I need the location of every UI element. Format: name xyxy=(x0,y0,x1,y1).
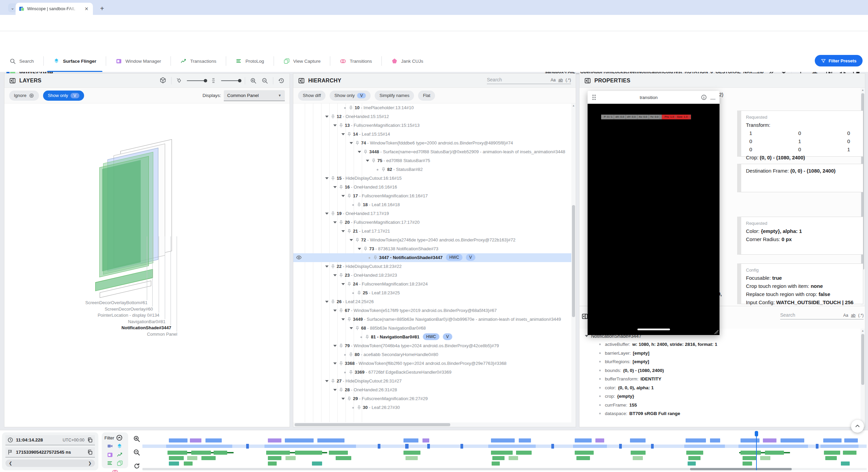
hierarchy-row-73[interactable]: 73 - 8736138 NotificationShade#73 xyxy=(293,244,576,253)
pan-right-icon[interactable]: ❯ xyxy=(88,461,92,466)
collapse-icon[interactable] xyxy=(116,434,123,441)
trace-tab-protolog[interactable]: ProtoLog xyxy=(226,50,274,72)
show-only-chip[interactable]: Show onlyV xyxy=(43,91,84,101)
timeline-block[interactable] xyxy=(491,438,515,442)
timeline-block[interactable] xyxy=(710,438,720,442)
layer-label[interactable]: ScreenDecorOverlay#60 xyxy=(105,307,153,312)
hierarchy-row-3448[interactable]: 3448 - Surface(name=ed70f88 StatusBar)/@… xyxy=(293,148,576,156)
match-word-toggle[interactable]: ab xyxy=(851,313,855,318)
timeline-block[interactable] xyxy=(743,456,756,460)
timeline-block[interactable] xyxy=(551,444,554,449)
timeline-hscrollbar[interactable] xyxy=(142,468,867,470)
timeline-block[interactable] xyxy=(823,438,842,442)
pin-icon[interactable] xyxy=(355,141,359,145)
timeline-reset-icon[interactable] xyxy=(132,461,141,470)
timeline-block[interactable] xyxy=(519,438,531,442)
hierarchy-row-79[interactable]: 79 - WindowToken{7046b4a type=2024 andro… xyxy=(293,341,576,350)
timeline-block[interactable] xyxy=(684,445,725,448)
pin-icon[interactable] xyxy=(331,299,335,304)
hierarchy-row-18[interactable]: 18 - Leaf:16:16#18 xyxy=(293,200,576,209)
tab-close-icon[interactable]: ✕ xyxy=(83,6,90,12)
timeline-block[interactable] xyxy=(285,438,314,442)
hierarchy-row-30[interactable]: 30 - Leaf:26:27#30 xyxy=(293,403,576,412)
hierarchy-row-10[interactable]: 10 - ImePlaceholder:13:14#10 xyxy=(293,103,576,112)
timeline-block[interactable] xyxy=(169,461,179,466)
pin-icon[interactable] xyxy=(339,123,343,128)
timeline-block[interactable] xyxy=(488,445,536,448)
reset-view-icon[interactable] xyxy=(278,77,285,84)
timeline-block[interactable] xyxy=(688,456,701,460)
timeline-block[interactable] xyxy=(576,456,590,460)
timeline-block[interactable] xyxy=(686,451,703,455)
zoom-in-icon[interactable] xyxy=(250,77,257,84)
flat-chip[interactable]: Flat xyxy=(418,91,435,101)
expand-arrow-icon[interactable] xyxy=(341,283,345,285)
expand-arrow-icon[interactable] xyxy=(325,177,329,179)
timeline-block[interactable] xyxy=(246,444,249,449)
timeline-block[interactable] xyxy=(169,438,188,442)
timeline-block[interactable] xyxy=(268,456,281,460)
hierarchy-row-68[interactable]: 68 - 885b63e NavigationBar0#68 xyxy=(293,324,576,333)
overlay-title-bar[interactable]: transition — xyxy=(588,91,719,104)
info-icon[interactable] xyxy=(701,94,707,100)
timeline-block[interactable] xyxy=(816,444,818,449)
timeline-block[interactable] xyxy=(575,438,592,442)
panel-icon[interactable] xyxy=(584,77,591,84)
hierarchy-row-13[interactable]: 13 - FullscreenMagnification:15:15#13 xyxy=(293,121,576,130)
timeline-block[interactable] xyxy=(825,456,837,460)
hierarchy-row-3449[interactable]: 3449 - Surface(name=885b63e NavigationBa… xyxy=(293,315,576,324)
timeline-block[interactable] xyxy=(492,456,505,460)
transition-overlay-window[interactable]: transition — P: 0 / 1dX: 0.0dY: 0.0Xv: 0… xyxy=(588,91,719,335)
regex-toggle[interactable]: (.*) xyxy=(858,313,864,318)
expand-arrow-icon[interactable] xyxy=(358,151,361,153)
property-row[interactable]: bounds:(0, 0) - (1080, 2400) xyxy=(579,366,865,375)
trace-tab-search[interactable]: Search xyxy=(0,50,43,72)
timeline-block[interactable] xyxy=(285,456,296,460)
pin-icon[interactable] xyxy=(347,282,351,287)
timeline-block[interactable] xyxy=(403,451,420,455)
timeline-block[interactable] xyxy=(295,451,322,455)
screen-recording-icon[interactable] xyxy=(107,443,113,450)
pin-icon[interactable] xyxy=(331,114,335,119)
hierarchy-row-29[interactable]: 29 - FullscreenMagnification:26:27#29 xyxy=(293,394,576,403)
hierarchy-row-81[interactable]: 81 - NavigationBar0#81HWCV xyxy=(293,333,576,341)
window-manager-icon[interactable] xyxy=(107,452,113,458)
timeline-block[interactable] xyxy=(738,445,808,448)
expand-arrow-icon[interactable] xyxy=(341,133,345,135)
hierarchy-row-21[interactable]: 21 - Leaf:17:17#21 xyxy=(293,227,576,236)
pin-icon[interactable] xyxy=(331,176,335,181)
expand-arrow-icon[interactable] xyxy=(366,160,369,162)
minimize-icon[interactable]: — xyxy=(710,96,715,101)
expand-arrow-icon[interactable] xyxy=(350,239,353,241)
pin-icon[interactable] xyxy=(357,405,361,410)
pin-icon[interactable] xyxy=(357,202,361,207)
layer-label[interactable]: NotificationShade#3447 xyxy=(121,325,171,330)
expand-arrow-icon[interactable] xyxy=(341,195,345,197)
hierarchy-row-72[interactable]: 72 - WindowToken{a2746de type=2040 andro… xyxy=(293,236,576,244)
show-diff-chip[interactable]: Show diff xyxy=(298,91,326,101)
pin-icon[interactable] xyxy=(339,185,343,190)
hierarchy-row-28[interactable]: 28 - OneHanded:26:31#28 xyxy=(293,386,576,394)
pin-icon[interactable] xyxy=(339,388,343,392)
timeline-block[interactable] xyxy=(595,438,604,442)
pin-icon[interactable] xyxy=(381,167,386,172)
pin-icon[interactable] xyxy=(347,229,351,234)
zoom-out-icon[interactable] xyxy=(261,77,268,84)
pin-icon[interactable] xyxy=(349,352,353,357)
pin-icon[interactable] xyxy=(347,194,351,198)
hierarchy-row-67[interactable]: 67 - WindowToken{e5176f9 type=2019 andro… xyxy=(293,306,576,315)
panel-icon[interactable] xyxy=(298,77,305,84)
layer-label[interactable]: ScreenDecorOverlayBottom#61 xyxy=(85,300,147,305)
expand-arrow-icon[interactable] xyxy=(325,213,329,215)
timeline-block[interactable] xyxy=(201,456,216,460)
timeline-block[interactable] xyxy=(190,438,201,442)
properties-search-input[interactable]: Search Aaab(.*) xyxy=(780,312,864,319)
hierarchy-row-22[interactable]: 22 - HideDisplayCutout:18:23#22 xyxy=(293,262,576,271)
expand-arrow-icon[interactable] xyxy=(333,362,337,365)
hierarchy-row-16[interactable]: 16 - OneHanded:16:16#16 xyxy=(293,183,576,192)
pin-icon[interactable] xyxy=(339,361,343,366)
pin-icon[interactable] xyxy=(331,264,335,269)
hierarchy-search-input[interactable]: Search Aaab(.*) xyxy=(487,77,571,84)
timeline-block[interactable] xyxy=(630,438,646,442)
timeline-block[interactable] xyxy=(205,438,222,442)
